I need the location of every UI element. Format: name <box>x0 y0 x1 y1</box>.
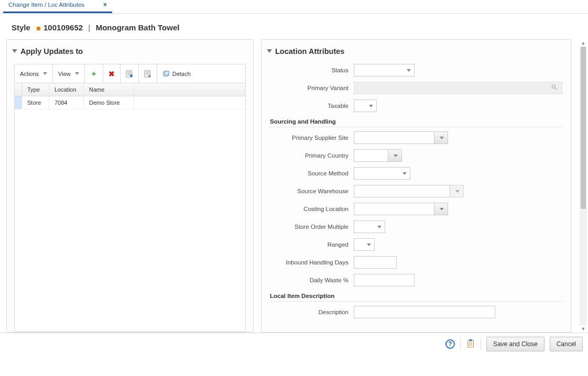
item-id-group: 100109652 | Monogram Bath Towel <box>37 23 180 32</box>
ranged-select[interactable] <box>354 238 375 251</box>
status-select[interactable] <box>354 64 415 76</box>
primary-supplier-site-lov[interactable] <box>354 131 448 144</box>
detach-icon <box>162 70 170 78</box>
label-source-warehouse: Source Warehouse <box>270 188 354 195</box>
spreadsheet-icon <box>126 70 133 78</box>
cell-spacer <box>134 96 245 109</box>
svg-rect-4 <box>164 71 169 75</box>
chevron-down-icon <box>394 154 398 157</box>
panel-title-right: Location Attributes <box>275 47 344 56</box>
item-id: 100109652 <box>43 23 83 32</box>
actions-label: Actions <box>20 71 39 77</box>
delete-row-button[interactable]: ✖ <box>103 64 121 83</box>
label-primary-variant: Primary Variant <box>270 85 354 92</box>
help-icon[interactable]: ? <box>445 339 455 349</box>
label-status: Status <box>270 67 354 74</box>
source-method-select[interactable] <box>354 167 410 180</box>
label-inbound-handling-days: Inbound Handling Days <box>270 259 354 266</box>
svg-point-5 <box>552 85 556 89</box>
costing-location-input[interactable] <box>354 203 434 215</box>
panel-header-left[interactable]: Apply Updates to <box>7 40 253 64</box>
chevron-down-icon <box>43 72 47 75</box>
label-ranged: Ranged <box>270 241 354 248</box>
primary-supplier-site-input[interactable] <box>354 131 434 144</box>
chevron-down-icon <box>440 137 444 139</box>
panel-header-right[interactable]: Location Attributes <box>262 40 571 64</box>
cancel-button[interactable]: Cancel <box>550 337 583 351</box>
cell-location: 7084 <box>49 96 84 109</box>
locations-grid: Type Location Name Store 7084 Demo Store <box>14 83 246 332</box>
vertical-scrollbar[interactable]: ▲ ▼ <box>580 39 587 333</box>
primary-country-input[interactable] <box>354 149 388 162</box>
daily-waste-pct-input <box>354 274 415 286</box>
chevron-down-icon <box>75 72 79 75</box>
primary-country-lov[interactable] <box>354 149 402 162</box>
col-type[interactable]: Type <box>22 83 49 96</box>
source-warehouse-input <box>354 185 450 197</box>
chevron-down-icon <box>402 172 407 175</box>
label-costing-location: Costing Location <box>270 206 354 213</box>
col-name[interactable]: Name <box>84 83 134 96</box>
svg-rect-7 <box>469 339 472 341</box>
select-all-handle[interactable] <box>15 83 22 96</box>
edit-in-spreadsheet-button[interactable] <box>121 64 139 83</box>
lov-dropdown-button[interactable] <box>434 203 448 215</box>
view-menu[interactable]: View <box>53 64 85 83</box>
item-marker-icon <box>37 27 40 30</box>
chevron-down-icon <box>367 244 371 246</box>
view-label: View <box>58 71 71 77</box>
section-sourcing-handling: Sourcing and Handling <box>270 117 562 127</box>
chevron-down-icon <box>369 105 373 107</box>
grid-header-row: Type Location Name <box>15 83 245 96</box>
apply-updates-panel: Apply Updates to Actions View ＋ <box>6 39 254 333</box>
close-tab-icon[interactable]: × <box>103 1 107 8</box>
header-separator: | <box>85 23 93 32</box>
location-attributes-panel: Location Attributes Status Primary Varia… <box>261 39 571 333</box>
page-header: Style 100109652 | Monogram Bath Towel <box>0 14 588 39</box>
store-order-multiple-select[interactable] <box>354 220 385 233</box>
taxable-select[interactable] <box>354 99 377 112</box>
active-tab[interactable]: Change Item / Loc Attributes × <box>3 0 112 13</box>
detach-button[interactable]: Detach <box>157 64 196 83</box>
actions-menu[interactable]: Actions <box>15 64 53 83</box>
cell-type: Store <box>22 96 49 109</box>
scroll-down-arrow[interactable]: ▼ <box>580 325 587 333</box>
description-input[interactable] <box>354 306 495 318</box>
add-row-button[interactable]: ＋ <box>85 64 103 83</box>
attributes-form: Status Primary Variant Taxable Sourcing <box>262 64 571 332</box>
footer-divider <box>481 338 481 350</box>
plus-icon: ＋ <box>90 69 97 79</box>
cell-name: Demo Store <box>84 96 134 109</box>
label-store-order-multiple: Store Order Multiple <box>270 224 354 230</box>
primary-variant-search[interactable] <box>354 82 562 94</box>
collapse-icon[interactable] <box>12 49 17 53</box>
item-name: Monogram Bath Towel <box>96 23 180 32</box>
detach-label: Detach <box>172 71 191 77</box>
costing-location-lov[interactable] <box>354 203 448 215</box>
scroll-track[interactable] <box>580 47 587 325</box>
grid-toolbar: Actions View ＋ ✖ <box>14 64 246 83</box>
notes-icon[interactable] <box>466 339 475 349</box>
grid-body: Store 7084 Demo Store <box>15 96 245 331</box>
row-select-handle[interactable] <box>15 96 22 109</box>
label-daily-waste-pct: Daily Waste % <box>270 277 354 284</box>
panel-title-left: Apply Updates to <box>20 47 83 56</box>
collapse-icon[interactable] <box>267 49 272 53</box>
svg-point-1 <box>130 74 133 76</box>
chevron-down-icon <box>407 69 411 72</box>
save-and-close-button[interactable]: Save and Close <box>486 337 545 351</box>
search-icon <box>551 84 558 92</box>
scroll-thumb[interactable] <box>581 47 586 209</box>
col-location[interactable]: Location <box>49 83 84 96</box>
lov-dropdown-button[interactable] <box>388 149 402 162</box>
scroll-up-arrow[interactable]: ▲ <box>580 39 587 47</box>
table-row[interactable]: Store 7084 Demo Store <box>15 96 245 109</box>
chevron-down-icon <box>455 190 460 193</box>
label-taxable: Taxable <box>270 103 354 109</box>
export-icon <box>144 70 151 78</box>
inbound-handling-days-input[interactable] <box>354 256 397 269</box>
label-primary-variant-text: Primary Variant <box>308 85 349 91</box>
export-button[interactable] <box>139 64 157 83</box>
lov-dropdown-button[interactable] <box>434 131 448 144</box>
label-source-method: Source Method <box>270 170 354 177</box>
